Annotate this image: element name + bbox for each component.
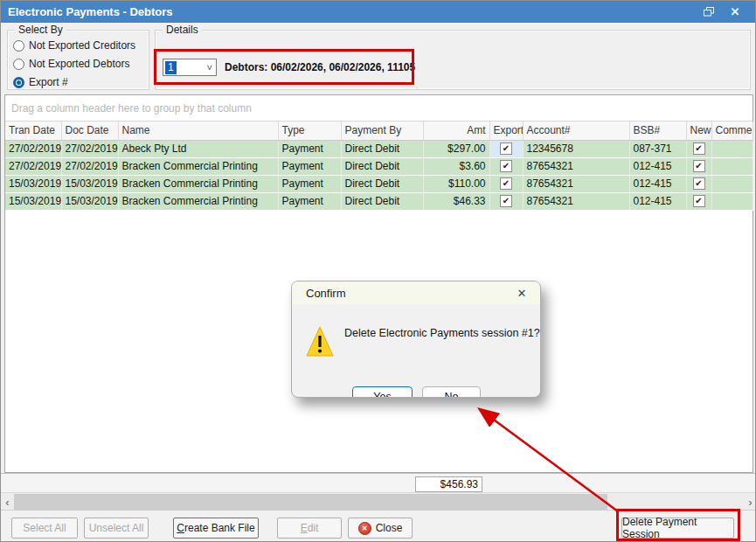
- cell-comment[interactable]: [711, 157, 753, 175]
- horizontal-scrollbar[interactable]: ‹ ›: [1, 492, 756, 510]
- totals-strip: $456.93: [1, 473, 756, 492]
- cell-export[interactable]: ✔: [489, 157, 523, 175]
- cell-name[interactable]: Bracken Commercial Printing: [118, 175, 278, 192]
- cell-amt[interactable]: $110.00: [423, 175, 489, 192]
- edit-button[interactable]: Edit: [277, 518, 342, 539]
- cell-type[interactable]: Payment: [278, 140, 341, 157]
- select-by-group: Select By Not Exported Creditors Not Exp…: [7, 30, 149, 90]
- cell-payment-by[interactable]: Direct Debit: [341, 157, 423, 175]
- cell-type[interactable]: Payment: [278, 157, 341, 175]
- cell-amt[interactable]: $46.33: [423, 192, 489, 210]
- cell-tran-date[interactable]: 15/03/2019: [5, 175, 61, 192]
- column-header-new[interactable]: New?: [686, 122, 711, 140]
- select-all-button[interactable]: Select All: [11, 518, 78, 539]
- cell-comment[interactable]: [711, 192, 753, 210]
- cell-new[interactable]: ✔: [686, 192, 711, 210]
- cell-payment-by[interactable]: Direct Debit: [341, 192, 423, 210]
- cell-name[interactable]: Bracken Commercial Printing: [118, 157, 278, 175]
- column-header-amt[interactable]: Amt: [423, 122, 489, 140]
- column-header-name[interactable]: Name: [118, 122, 278, 140]
- cell-account[interactable]: 12345678: [523, 140, 629, 157]
- column-header-export[interactable]: Export: [489, 122, 523, 140]
- radio-export-number[interactable]: Export #: [13, 75, 68, 89]
- scrollbar-thumb[interactable]: [14, 494, 607, 510]
- title-bar: Electronic Payments - Debtors ✕: [1, 1, 755, 23]
- close-icon[interactable]: ✕: [722, 1, 748, 23]
- cell-doc-date[interactable]: 15/03/2019: [61, 175, 118, 192]
- table-row[interactable]: 27/02/2019 27/02/2019 Bracken Commercial…: [5, 157, 753, 175]
- scroll-left-icon[interactable]: ‹: [1, 493, 14, 511]
- cell-doc-date[interactable]: 27/02/2019: [61, 140, 118, 157]
- create-bank-file-button[interactable]: Create Bank File: [173, 518, 259, 539]
- export-number-dropdown[interactable]: 1 ˅: [163, 59, 217, 76]
- cell-amt[interactable]: $297.00: [423, 140, 489, 157]
- button-bar: Select All Unselect All Create Bank File…: [1, 510, 756, 542]
- export-checkbox[interactable]: ✔: [500, 142, 512, 155]
- cell-doc-date[interactable]: 15/03/2019: [61, 192, 118, 210]
- cell-new[interactable]: ✔: [686, 157, 711, 175]
- radio-label: Not Exported Creditors: [29, 39, 135, 52]
- scroll-right-icon[interactable]: ›: [744, 493, 756, 511]
- cell-bsb[interactable]: 012-415: [629, 175, 686, 192]
- cell-doc-date[interactable]: 27/02/2019: [61, 157, 118, 175]
- cell-payment-by[interactable]: Direct Debit: [341, 140, 423, 157]
- cell-comment[interactable]: [711, 140, 753, 157]
- new-checkbox[interactable]: ✔: [693, 195, 705, 207]
- cell-tran-date[interactable]: 15/03/2019: [5, 192, 61, 210]
- unselect-all-button[interactable]: Unselect All: [84, 518, 149, 539]
- dialog-message: Delete Electronic Payments session #1?: [344, 327, 540, 339]
- edit-label: Edit: [301, 522, 319, 534]
- cell-name[interactable]: Abeck Pty Ltd: [118, 140, 278, 157]
- cell-name[interactable]: Bracken Commercial Printing: [118, 192, 278, 210]
- cell-amt[interactable]: $3.60: [423, 157, 489, 175]
- cell-type[interactable]: Payment: [278, 175, 341, 192]
- cell-export[interactable]: ✔: [489, 192, 523, 210]
- column-header-type[interactable]: Type: [278, 122, 341, 140]
- cell-bsb[interactable]: 012-415: [629, 192, 686, 210]
- cell-bsb[interactable]: 087-371: [629, 140, 686, 157]
- radio-not-exported-creditors[interactable]: Not Exported Creditors: [13, 38, 135, 52]
- cell-export[interactable]: ✔: [489, 140, 523, 157]
- close-button[interactable]: ✕ Close: [348, 518, 413, 539]
- export-checkbox[interactable]: ✔: [500, 195, 512, 207]
- cell-account[interactable]: 87654321: [523, 157, 629, 175]
- cell-comment[interactable]: [711, 175, 753, 192]
- new-checkbox[interactable]: ✔: [693, 177, 705, 190]
- delete-payment-session-button[interactable]: Delete Payment Session: [621, 518, 734, 539]
- export-checkbox[interactable]: ✔: [500, 177, 512, 190]
- delete-session-label: Delete Payment Session: [622, 516, 733, 540]
- cell-new[interactable]: ✔: [686, 140, 711, 157]
- table-row[interactable]: 15/03/2019 15/03/2019 Bracken Commercial…: [5, 175, 753, 192]
- no-button[interactable]: No: [422, 386, 481, 398]
- new-checkbox[interactable]: ✔: [693, 142, 705, 155]
- column-header-bsb[interactable]: BSB#: [629, 122, 686, 140]
- column-header-tran-date[interactable]: Tran Date: [5, 122, 61, 140]
- yes-button[interactable]: Yes: [352, 386, 413, 398]
- cell-tran-date[interactable]: 27/02/2019: [5, 157, 61, 175]
- radio-label: Not Exported Debtors: [29, 58, 129, 70]
- column-header-comment[interactable]: Comment: [711, 122, 753, 140]
- column-header-doc-date[interactable]: Doc Date: [61, 122, 118, 140]
- close-x-icon: ✕: [358, 522, 371, 535]
- cell-type[interactable]: Payment: [278, 192, 341, 210]
- cell-new[interactable]: ✔: [686, 175, 711, 192]
- window-title: Electronic Payments - Debtors: [8, 5, 696, 18]
- dialog-close-icon[interactable]: ✕: [512, 287, 531, 300]
- cell-export[interactable]: ✔: [489, 175, 523, 192]
- restore-icon[interactable]: [696, 1, 722, 23]
- cell-bsb[interactable]: 012-415: [629, 157, 686, 175]
- chevron-down-icon: ˅: [207, 62, 214, 73]
- cell-account[interactable]: 87654321: [523, 175, 629, 192]
- radio-not-exported-debtors[interactable]: Not Exported Debtors: [13, 57, 129, 71]
- radio-label: Export #: [29, 76, 68, 88]
- column-header-payment-by[interactable]: Payment By: [341, 122, 423, 140]
- column-header-account[interactable]: Account#: [523, 122, 629, 140]
- new-checkbox[interactable]: ✔: [693, 160, 705, 172]
- cell-payment-by[interactable]: Direct Debit: [341, 175, 423, 192]
- export-checkbox[interactable]: ✔: [500, 160, 512, 172]
- table-row[interactable]: 15/03/2019 15/03/2019 Bracken Commercial…: [5, 192, 753, 210]
- cell-account[interactable]: 87654321: [523, 192, 629, 210]
- cell-tran-date[interactable]: 27/02/2019: [5, 140, 61, 157]
- details-group: Details: [155, 30, 751, 90]
- table-row[interactable]: 27/02/2019 27/02/2019 Abeck Pty Ltd Paym…: [5, 140, 753, 157]
